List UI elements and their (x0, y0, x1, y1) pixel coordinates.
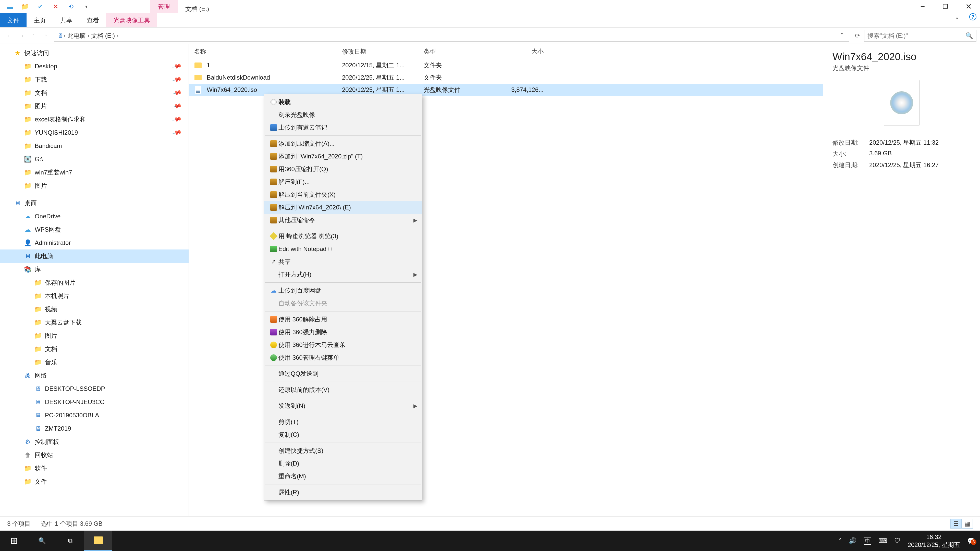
ribbon-expand[interactable]: ˅ (948, 13, 966, 27)
tree-item[interactable]: 📁本机照片 (0, 289, 189, 303)
tree-item[interactable]: 📚库 (0, 263, 189, 276)
menu-item[interactable]: 发送到(N)▶ (264, 400, 422, 412)
action-center[interactable]: 💬3 (967, 537, 975, 545)
chevron-right-icon[interactable]: › (117, 32, 119, 39)
security-icon[interactable]: 🛡 (894, 537, 900, 545)
address-dropdown[interactable]: ˅ (840, 32, 846, 39)
search-button[interactable]: 🔍 (28, 530, 56, 551)
tree-item[interactable]: 📁文档📌 (0, 86, 189, 100)
ribbon-tab-file[interactable]: 文件 (0, 13, 27, 27)
menu-item[interactable]: 重命名(M) (264, 470, 422, 483)
menu-item[interactable]: 创建快捷方式(S) (264, 445, 422, 457)
ribbon-tab-view[interactable]: 查看 (80, 13, 106, 27)
chevron-right-icon[interactable]: › (64, 32, 65, 39)
menu-item[interactable]: 使用 360解除占用 (264, 313, 422, 326)
menu-item[interactable]: 删除(D) (264, 457, 422, 470)
qat-undo[interactable]: ⟲ (63, 0, 79, 13)
tree-item[interactable]: 📁文件 (0, 475, 189, 488)
search-box[interactable]: 🔍 (864, 30, 977, 41)
menu-item[interactable]: 使用 360强力删除 (264, 326, 422, 338)
menu-item[interactable]: Edit with Notepad++ (264, 243, 422, 256)
menu-item[interactable]: 上传到有道云笔记 (264, 121, 422, 134)
menu-item[interactable]: 刻录光盘映像 (264, 108, 422, 121)
menu-item[interactable]: 属性(R) (264, 486, 422, 499)
menu-item[interactable]: 解压到 Win7x64_2020\ (E) (264, 201, 422, 214)
col-size[interactable]: 大小 (493, 48, 544, 56)
tree-item[interactable]: 📁保存的图片 (0, 276, 189, 289)
tree-item[interactable]: 📁天翼云盘下载 (0, 316, 189, 329)
tree-item[interactable]: ☁WPS网盘 (0, 223, 189, 236)
menu-item[interactable]: 复制(C) (264, 428, 422, 441)
tree-item[interactable]: 💽G:\ (0, 152, 189, 166)
breadcrumb-bar[interactable]: 🖥 › 此电脑 › 文档 (E:) › ˅ (54, 30, 850, 41)
tree-item[interactable]: 📁excel表格制作求和📌 (0, 113, 189, 126)
up-button[interactable]: ↑ (40, 30, 52, 41)
tree-item[interactable]: 📁YUNQISHI2019📌 (0, 126, 189, 139)
col-type[interactable]: 类型 (424, 48, 493, 56)
tree-item[interactable]: 🖧网络 (0, 369, 189, 382)
menu-item[interactable]: ☁上传到百度网盘 (264, 284, 422, 297)
breadcrumb-pc[interactable]: 此电脑 (67, 32, 86, 40)
view-thumbnails-button[interactable]: ▦ (962, 519, 973, 529)
ribbon-tab-disc-tools[interactable]: 光盘映像工具 (106, 13, 157, 27)
menu-item[interactable]: 添加到压缩文件(A)... (264, 137, 422, 150)
search-icon[interactable]: 🔍 (966, 32, 973, 39)
file-row[interactable]: BaiduNetdiskDownload2020/12/25, 星期五 1...… (189, 71, 823, 84)
menu-item[interactable]: 解压到(F)... (264, 176, 422, 188)
menu-item[interactable]: 添加到 "Win7x64_2020.zip" (T) (264, 150, 422, 163)
menu-item[interactable]: ↗共享 (264, 256, 422, 268)
clock[interactable]: 16:32 2020/12/25, 星期五 (908, 533, 960, 549)
tree-item[interactable]: 📁软件 (0, 462, 189, 475)
task-view-button[interactable]: ⧉ (56, 530, 84, 551)
view-details-button[interactable]: ☰ (950, 519, 962, 529)
breadcrumb-drive[interactable]: 文档 (E:) (91, 32, 115, 40)
ribbon-tab-home[interactable]: 主页 (27, 13, 53, 27)
menu-item[interactable]: 通过QQ发送到 (264, 367, 422, 380)
tree-item[interactable]: 📁Desktop📌 (0, 60, 189, 73)
tree-item[interactable]: 🖥此电脑 (0, 249, 189, 263)
ribbon-tab-share[interactable]: 共享 (53, 13, 80, 27)
col-name[interactable]: 名称 (194, 48, 342, 56)
help-button[interactable]: ? (969, 13, 977, 21)
tree-item[interactable]: 🖥桌面 (0, 197, 189, 210)
tree-item[interactable]: 🖥DESKTOP-LSSOEDP (0, 382, 189, 395)
tree-item[interactable]: ★快速访问 (0, 46, 189, 60)
tree-item[interactable]: 📁视频 (0, 303, 189, 316)
tree-item[interactable]: 📁图片📌 (0, 100, 189, 113)
tree-item[interactable]: 📁文档 (0, 342, 189, 356)
qat-delete[interactable]: ✕ (48, 0, 63, 13)
tree-item[interactable]: 📁音乐 (0, 356, 189, 369)
forward-button[interactable]: → (16, 30, 27, 41)
tree-item[interactable]: 📁win7重装win7 (0, 166, 189, 179)
tree-item[interactable]: 📁图片 (0, 329, 189, 342)
tree-item[interactable]: 📁图片 (0, 179, 189, 192)
volume-icon[interactable]: 🔊 (849, 537, 856, 545)
tree-item[interactable]: 📁下载📌 (0, 73, 189, 86)
tree-item[interactable]: 📁Bandicam (0, 139, 189, 152)
menu-item[interactable]: 用 蜂蜜浏览器 浏览(3) (264, 230, 422, 243)
refresh-button[interactable]: ⟳ (852, 30, 863, 41)
menu-item[interactable]: 还原以前的版本(V) (264, 383, 422, 396)
qat-dropdown[interactable]: ▾ (79, 0, 94, 13)
ime-indicator[interactable]: 中 (864, 537, 871, 545)
ime-mode-icon[interactable]: ⌨ (878, 537, 887, 545)
chevron-right-icon[interactable]: › (87, 32, 89, 39)
qat-save[interactable]: ✔ (33, 0, 48, 13)
menu-item[interactable]: 用360压缩打开(Q) (264, 163, 422, 176)
menu-item[interactable]: 装载 (264, 96, 422, 108)
menu-item[interactable]: 剪切(T) (264, 416, 422, 428)
menu-item[interactable]: 打开方式(H)▶ (264, 268, 422, 281)
back-button[interactable]: ← (3, 30, 15, 41)
col-date[interactable]: 修改日期 (342, 48, 424, 56)
tree-item[interactable]: 🖥PC-20190530OBLA (0, 409, 189, 422)
menu-item[interactable]: 解压到当前文件夹(X) (264, 188, 422, 201)
start-button[interactable]: ⊞ (0, 530, 28, 551)
menu-item[interactable]: 其他压缩命令▶ (264, 214, 422, 227)
minimize-button[interactable]: ━ (911, 0, 934, 13)
tree-item[interactable]: 🗑回收站 (0, 448, 189, 462)
menu-item[interactable]: 使用 360管理右键菜单 (264, 351, 422, 364)
tree-item[interactable]: 🖥ZMT2019 (0, 422, 189, 435)
tray-overflow[interactable]: ˄ (838, 537, 842, 545)
tree-item[interactable]: 🖥DESKTOP-NJEU3CG (0, 395, 189, 409)
search-input[interactable] (867, 32, 966, 39)
